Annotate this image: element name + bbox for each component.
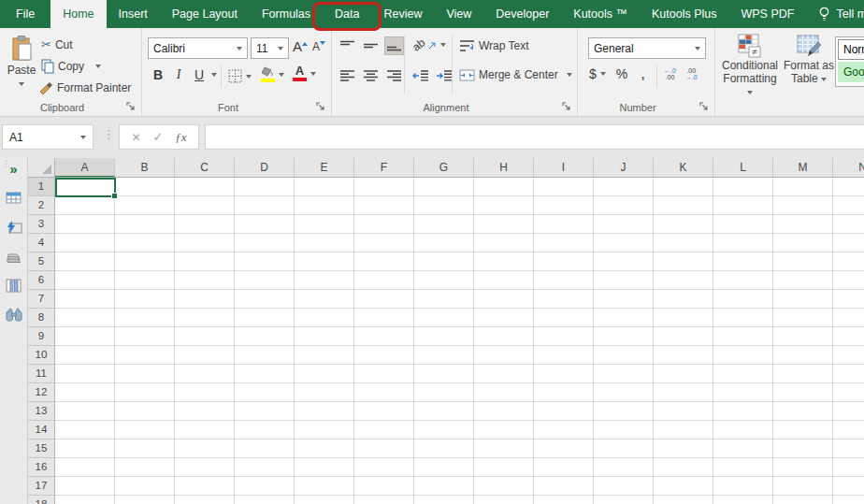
flash-pane-icon[interactable] (6, 221, 22, 235)
accounting-format-button[interactable]: $ (589, 66, 597, 81)
column-header[interactable]: F (354, 158, 414, 177)
tab-tell-me[interactable]: Tell me (806, 0, 864, 28)
paste-button[interactable]: Paste (3, 36, 40, 90)
column-header[interactable]: N (833, 158, 864, 177)
cell-grid[interactable] (55, 178, 864, 504)
tab-kutools[interactable]: Kutools ™ (561, 0, 640, 28)
tab-data[interactable]: Data (323, 0, 371, 28)
column-header[interactable]: I (534, 158, 594, 177)
font-family-combobox[interactable]: Calibri (148, 37, 248, 59)
comma-style-button[interactable]: , (641, 69, 645, 79)
enter-button[interactable]: ✓ (152, 130, 163, 144)
column-header[interactable]: B (115, 158, 175, 177)
tab-wps-pdf[interactable]: WPS PDF (728, 0, 806, 28)
tab-insert[interactable]: Insert (107, 0, 160, 28)
row-header[interactable]: 12 (28, 383, 54, 402)
row-header[interactable]: 6 (28, 271, 54, 290)
shrink-font-button[interactable]: A (312, 40, 325, 53)
orientation-button[interactable]: ab (412, 38, 446, 51)
column-grid-icon[interactable] (6, 279, 22, 293)
align-right-button[interactable] (384, 66, 404, 85)
column-header[interactable]: E (295, 158, 354, 177)
format-as-table-button[interactable]: Format as Table (783, 34, 835, 85)
underline-dropdown-arrow-icon[interactable] (211, 73, 217, 77)
middle-align-button[interactable] (361, 36, 381, 55)
borders-button[interactable] (228, 69, 252, 83)
formula-input[interactable] (205, 124, 864, 150)
cancel-button[interactable]: ✕ (131, 131, 140, 144)
cell-style-item[interactable]: Normal (838, 39, 864, 60)
tab-formulas[interactable]: Formulas (250, 0, 323, 28)
accounting-dropdown-arrow-icon[interactable] (600, 72, 606, 76)
increase-decimal-button[interactable]: ←.0 .00 (664, 67, 676, 80)
binoculars-icon[interactable] (6, 308, 22, 322)
sidebar-grip[interactable]: ⋮ (2, 159, 10, 168)
font-color-button[interactable]: A (293, 65, 316, 81)
fill-color-button[interactable] (261, 66, 284, 82)
alignment-dialog-launcher[interactable] (562, 102, 572, 112)
bold-button[interactable]: B (150, 67, 166, 82)
row-header[interactable]: 11 (28, 365, 54, 383)
selected-cell-a1[interactable] (55, 178, 116, 197)
underline-button[interactable]: U (191, 67, 208, 82)
row-header[interactable]: 17 (28, 477, 54, 496)
fill-handle[interactable] (111, 193, 118, 199)
column-header[interactable]: M (773, 158, 833, 177)
row-header[interactable]: 3 (28, 215, 54, 234)
column-header[interactable]: H (474, 158, 534, 177)
decrease-decimal-button[interactable]: .00 →.0 (685, 67, 698, 80)
column-header[interactable]: K (654, 158, 713, 177)
row-header[interactable]: 4 (28, 234, 54, 252)
formula-bar-grip[interactable]: ⋮ (103, 127, 115, 141)
row-header[interactable]: 8 (28, 309, 54, 327)
bottom-align-button[interactable] (384, 36, 404, 55)
clipboard-dialog-launcher[interactable] (126, 102, 137, 112)
tab-developer[interactable]: Developer (483, 0, 561, 28)
percent-style-button[interactable]: % (616, 66, 627, 81)
column-header[interactable]: A (55, 158, 115, 177)
copy-button[interactable]: Copy (41, 59, 101, 74)
conditional-formatting-button[interactable]: ≠ Conditional Formatting (721, 34, 779, 98)
format-painter-button[interactable]: Format Painter (38, 80, 131, 95)
align-left-button[interactable] (338, 66, 357, 85)
expand-pane-button[interactable]: » (9, 163, 17, 176)
grow-font-button[interactable]: A (293, 38, 308, 54)
top-align-button[interactable] (338, 36, 357, 55)
column-header[interactable]: J (594, 158, 654, 177)
row-header[interactable]: 7 (28, 290, 54, 309)
row-header[interactable]: 10 (28, 346, 54, 365)
font-dialog-launcher[interactable] (316, 102, 326, 112)
cut-button[interactable]: ✂ Cut (41, 37, 73, 51)
layers-tray-icon[interactable] (6, 250, 22, 264)
column-header[interactable]: C (175, 158, 235, 177)
number-dialog-launcher[interactable] (699, 102, 710, 112)
tab-review[interactable]: Review (371, 0, 434, 28)
row-header[interactable]: 13 (28, 402, 54, 421)
row-header[interactable]: 5 (28, 252, 54, 271)
insert-function-button[interactable]: ƒx (175, 130, 186, 145)
decrease-indent-button[interactable] (410, 66, 430, 85)
column-header[interactable]: L (713, 158, 773, 177)
row-header[interactable]: 9 (28, 327, 54, 346)
tab-page-layout[interactable]: Page Layout (160, 0, 250, 28)
row-header[interactable]: 18 (28, 496, 54, 504)
center-button[interactable] (361, 66, 381, 85)
column-header[interactable]: D (235, 158, 295, 177)
name-box[interactable]: A1 (2, 124, 94, 150)
column-header[interactable]: G (414, 158, 474, 177)
tab-view[interactable]: View (434, 0, 483, 28)
navigation-pane-icon[interactable] (6, 191, 22, 206)
italic-button[interactable]: I (170, 67, 187, 82)
row-header[interactable]: 2 (28, 196, 54, 215)
row-header[interactable]: 1 (28, 178, 54, 196)
tab-kutools-plus[interactable]: Kutools Plus (640, 0, 728, 28)
font-size-combobox[interactable]: 11 (251, 37, 289, 59)
row-header[interactable]: 14 (28, 421, 54, 439)
row-header[interactable]: 16 (28, 458, 54, 477)
cell-style-item[interactable]: Good (838, 62, 864, 82)
tab-home[interactable]: Home (50, 0, 106, 28)
select-all-corner[interactable] (28, 158, 55, 178)
wrap-text-button[interactable]: Wrap Text (459, 39, 529, 52)
increase-indent-button[interactable] (434, 66, 454, 85)
row-header[interactable]: 15 (28, 439, 54, 458)
